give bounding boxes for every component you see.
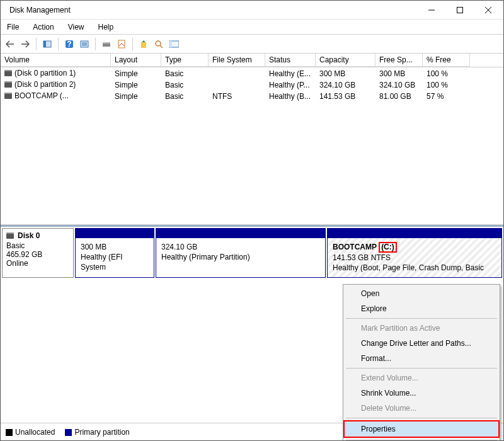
col-free-space[interactable]: Free Sp... bbox=[375, 54, 423, 67]
col-status[interactable]: Status bbox=[265, 54, 316, 67]
col-layout[interactable]: Layout bbox=[111, 54, 161, 67]
menu-file[interactable]: File bbox=[4, 21, 21, 33]
col-capacity[interactable]: Capacity bbox=[316, 54, 375, 67]
partition-size: 300 MB bbox=[81, 242, 149, 252]
properties-icon[interactable] bbox=[115, 37, 129, 51]
ctx-change-drive-letter[interactable]: Change Drive Letter and Paths... bbox=[345, 336, 498, 351]
ctx-properties[interactable]: Properties bbox=[345, 421, 498, 437]
col-type[interactable]: Type bbox=[161, 54, 209, 67]
ctx-mark-active: Mark Partition as Active bbox=[345, 321, 498, 336]
legend-swatch-unallocated bbox=[6, 429, 13, 436]
context-menu: Open Explore Mark Partition as Active Ch… bbox=[343, 284, 500, 441]
ctx-explore[interactable]: Explore bbox=[345, 301, 498, 316]
ctx-shrink-volume[interactable]: Shrink Volume... bbox=[345, 386, 498, 401]
partition-size-fs: 141.53 GB NTFS bbox=[333, 253, 496, 263]
partition-status: Healthy (Boot, Page File, Crash Dump, Ba… bbox=[333, 263, 496, 273]
partition-name: BOOTCAMP bbox=[333, 243, 377, 251]
svg-rect-0 bbox=[457, 7, 462, 13]
show-hide-console-icon[interactable] bbox=[40, 37, 54, 51]
forward-button[interactable] bbox=[18, 37, 32, 51]
menu-view[interactable]: View bbox=[66, 21, 87, 33]
ctx-separator bbox=[346, 440, 497, 440]
close-button[interactable] bbox=[474, 1, 502, 19]
window-title: Disk Management bbox=[9, 6, 71, 14]
help-icon[interactable]: ? bbox=[62, 37, 76, 51]
volume-name: (Disk 0 partition 1) bbox=[14, 69, 76, 77]
legend-swatch-primary bbox=[65, 429, 72, 436]
menu-help[interactable]: Help bbox=[96, 21, 117, 33]
menu-bar: File Action View Help bbox=[1, 20, 503, 35]
svg-rect-2 bbox=[43, 41, 46, 47]
volume-row[interactable]: (Disk 0 partition 2) Simple Basic Health… bbox=[1, 79, 503, 90]
maximize-button[interactable] bbox=[445, 1, 474, 19]
svg-rect-7 bbox=[103, 42, 110, 43]
disk-state: Online bbox=[6, 259, 69, 268]
disk-icon bbox=[6, 232, 14, 239]
volume-name: (Disk 0 partition 2) bbox=[14, 80, 76, 89]
volume-list[interactable]: (Disk 0 partition 1) Simple Basic Health… bbox=[1, 67, 503, 225]
properties-highlight: Properties bbox=[343, 420, 500, 438]
toolbar: ? bbox=[1, 35, 503, 54]
col-filesystem[interactable]: File System bbox=[209, 54, 265, 67]
disk-size: 465.92 GB bbox=[6, 250, 69, 259]
disk-type: Basic bbox=[6, 241, 69, 250]
disk-summary[interactable]: Disk 0 Basic 465.92 GB Online bbox=[2, 228, 74, 278]
ctx-separator bbox=[346, 368, 497, 369]
disk-label: Disk 0 bbox=[18, 231, 40, 240]
svg-rect-8 bbox=[118, 40, 125, 48]
drive-letter-highlight: (C:) bbox=[379, 242, 397, 253]
ctx-extend-volume: Extend Volume... bbox=[345, 370, 498, 386]
partition-size: 324.10 GB bbox=[161, 242, 320, 252]
title-bar: Disk Management bbox=[1, 1, 503, 20]
search-icon[interactable] bbox=[152, 37, 166, 51]
ctx-delete-volume: Delete Volume... bbox=[345, 401, 498, 416]
back-button[interactable] bbox=[3, 37, 17, 51]
ctx-separator bbox=[346, 318, 497, 319]
svg-text:?: ? bbox=[67, 40, 71, 49]
legend-label: Primary partition bbox=[74, 428, 129, 437]
volume-icon bbox=[4, 93, 12, 99]
partition-block[interactable]: 300 MB Healthy (EFI System bbox=[75, 228, 154, 278]
volume-list-header: Volume Layout Type File System Status Ca… bbox=[1, 54, 503, 67]
svg-rect-12 bbox=[169, 41, 172, 47]
minimize-button[interactable] bbox=[417, 1, 445, 19]
disk-graphical-view: Disk 0 Basic 465.92 GB Online 300 MB Hea… bbox=[1, 225, 503, 279]
settings-icon[interactable] bbox=[77, 37, 91, 51]
partition-block[interactable]: 324.10 GB Healthy (Primary Partition) bbox=[156, 228, 326, 278]
svg-point-10 bbox=[156, 41, 161, 46]
col-percent-free[interactable]: % Free bbox=[423, 54, 470, 67]
menu-action[interactable]: Action bbox=[30, 21, 56, 33]
legend-label: Unallocated bbox=[15, 428, 55, 437]
ctx-format[interactable]: Format... bbox=[345, 351, 498, 366]
col-volume[interactable]: Volume bbox=[1, 54, 111, 67]
partition-status: Healthy (EFI System bbox=[81, 252, 149, 272]
ctx-separator bbox=[346, 418, 497, 418]
action-icon[interactable] bbox=[137, 37, 151, 51]
volume-icon bbox=[4, 70, 12, 76]
ctx-open[interactable]: Open bbox=[345, 286, 498, 301]
partition-block-selected[interactable]: BOOTCAMP (C:) 141.53 GB NTFS Healthy (Bo… bbox=[327, 228, 502, 278]
volume-name: BOOTCAMP (... bbox=[14, 91, 69, 100]
partition-status: Healthy (Primary Partition) bbox=[161, 252, 320, 262]
volume-row[interactable]: (Disk 0 partition 1) Simple Basic Health… bbox=[1, 67, 503, 79]
list-view-icon[interactable] bbox=[167, 37, 181, 51]
svg-rect-9 bbox=[141, 42, 146, 48]
volume-icon bbox=[4, 81, 12, 88]
refresh-icon[interactable] bbox=[100, 37, 113, 51]
volume-row[interactable]: BOOTCAMP (... Simple Basic NTFS Healthy … bbox=[1, 90, 503, 101]
